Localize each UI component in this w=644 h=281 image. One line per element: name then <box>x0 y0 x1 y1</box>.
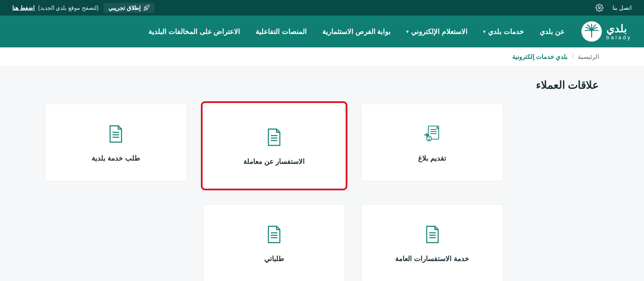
cards-row-2: خدمة الاستفسارات العامة طلباتي <box>45 204 503 281</box>
brand-logo-icon <box>581 21 602 42</box>
report-document-icon <box>421 123 444 145</box>
card-transaction-inquiry[interactable]: الاستفسار عن معاملة <box>203 104 345 188</box>
nav-about[interactable]: عن بلدي <box>540 27 565 36</box>
svg-point-9 <box>429 139 429 140</box>
trial-badge-label: إطلاق تجريبي <box>108 4 141 11</box>
contact-us-link[interactable]: اتصل بنا <box>612 4 632 11</box>
breadcrumb: الرئيسية / بلدي خدمات إلكترونية <box>0 47 644 67</box>
document-icon <box>263 126 285 148</box>
nav-inquiry[interactable]: الاستعلام الإلكتروني ▾ <box>406 27 468 36</box>
settings-icon[interactable] <box>595 4 603 12</box>
document-icon <box>105 123 127 145</box>
nav-objection[interactable]: الاعتراض على المخالفات البلدية <box>149 27 240 36</box>
trial-badge: إطلاق تجريبي <box>104 3 155 13</box>
nav-invest[interactable]: بوابة الفرص الاستثمارية <box>322 27 391 36</box>
document-icon <box>263 223 285 245</box>
nav-services-label: خدمات بلدي <box>488 27 524 36</box>
nav-platforms[interactable]: المنصات التفاعلية <box>256 27 307 36</box>
brand[interactable]: بلدي balady <box>581 21 632 42</box>
svg-point-0 <box>599 7 601 9</box>
card-municipal-service-request[interactable]: طلب خدمة بلدية <box>45 104 187 181</box>
content-area: علاقات العملاء تقديم بلاغ <box>0 67 644 281</box>
card-label: تقديم بلاغ <box>418 154 446 163</box>
cards-row-1: تقديم بلاغ الاستفسار عن معاملة <box>45 104 503 188</box>
card-submit-report[interactable]: تقديم بلاغ <box>361 104 503 181</box>
nav-services[interactable]: خدمات بلدي ▾ <box>483 27 524 36</box>
trial-cta-link[interactable]: اضغط هنا <box>12 4 35 11</box>
breadcrumb-home[interactable]: الرئيسية <box>578 53 599 60</box>
chevron-down-icon: ▾ <box>406 29 409 34</box>
brand-name-ar: بلدي <box>606 23 627 34</box>
card-label: خدمة الاستفسارات العامة <box>395 254 469 263</box>
chevron-down-icon: ▾ <box>483 29 486 34</box>
page-title: علاقات العملاء <box>45 79 599 91</box>
card-general-inquiries[interactable]: خدمة الاستفسارات العامة <box>361 204 503 281</box>
rocket-icon <box>143 4 150 11</box>
brand-name-en: balady <box>606 35 632 40</box>
nav-inquiry-label: الاستعلام الإلكتروني <box>411 27 468 36</box>
card-label: طلب خدمة بلدية <box>92 154 140 163</box>
card-my-requests[interactable]: طلباتي <box>203 204 345 281</box>
card-label: طلباتي <box>264 254 284 263</box>
card-label: الاستفسار عن معاملة <box>243 157 304 166</box>
breadcrumb-current: بلدي خدمات إلكترونية <box>512 53 567 60</box>
main-nav: بلدي balady عن بلدي خدمات بلد <box>0 16 644 47</box>
document-icon <box>421 223 444 245</box>
breadcrumb-separator: / <box>572 53 574 60</box>
top-utility-bar: اتصل بنا إطلاق تجريبي (لتصفح موقع بلدي ا… <box>0 0 644 16</box>
trial-subtext: (لتصفح موقع بلدي الجديد) <box>38 4 99 11</box>
